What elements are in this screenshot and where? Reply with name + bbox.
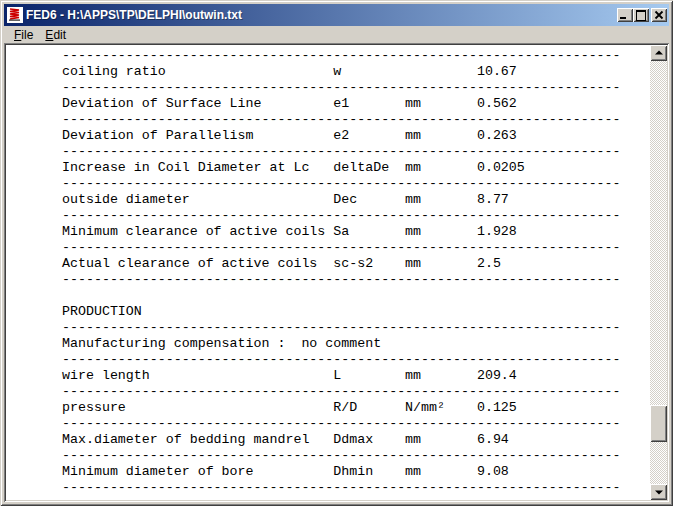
blank-line — [62, 288, 650, 304]
arrow-up-icon — [655, 51, 663, 55]
menu-item-file[interactable]: File — [8, 27, 39, 43]
separator-line: ----------------------------------------… — [62, 144, 650, 160]
document-line: coiling ratio w 10.67 — [62, 64, 650, 80]
separator-line: ----------------------------------------… — [62, 272, 650, 288]
document-text-line: PRODUCTION — [62, 304, 650, 320]
document-line: Deviation of Surface Line e1 mm 0.562 — [62, 96, 650, 112]
app-window: FED6 - H:\APPS\TP\DELPHI\outwin.txt File… — [0, 0, 673, 506]
document-line: Minimum clearance of active coils Sa mm … — [62, 224, 650, 240]
separator-line: ----------------------------------------… — [62, 448, 650, 464]
document-line: Minimum diameter of bore Dhmin mm 9.08 — [62, 464, 650, 480]
separator-line: ----------------------------------------… — [62, 240, 650, 256]
separator-line: ----------------------------------------… — [62, 480, 650, 496]
document-line: Actual clearance of active coils sc-s2 m… — [62, 256, 650, 272]
maximize-icon — [636, 10, 646, 21]
scroll-up-button[interactable] — [650, 45, 667, 61]
separator-line: ----------------------------------------… — [62, 176, 650, 192]
document-text-area[interactable]: ----------------------------------------… — [6, 45, 650, 500]
document-line: Increase in Coil Diameter at Lc deltaDe … — [62, 160, 650, 176]
document-line: wire length L mm 209.4 — [62, 368, 650, 384]
document-line: Max.diameter of bedding mandrel Ddmax mm… — [62, 432, 650, 448]
separator-line: ----------------------------------------… — [62, 416, 650, 432]
scroll-down-button[interactable] — [650, 484, 667, 500]
separator-line: ----------------------------------------… — [62, 384, 650, 400]
window-title: FED6 - H:\APPS\TP\DELPHI\outwin.txt — [26, 8, 617, 22]
app-icon-spring — [7, 7, 23, 23]
menu-item-edit[interactable]: Edit — [39, 27, 72, 43]
minimize-button[interactable] — [617, 8, 633, 22]
close-icon — [651, 8, 667, 22]
document-text-line: Manufacturing compensation : no comment — [62, 336, 650, 352]
separator-line: ----------------------------------------… — [62, 112, 650, 128]
maximize-button[interactable] — [633, 8, 649, 22]
separator-line: ----------------------------------------… — [62, 352, 650, 368]
menu-bar: FileEdit — [4, 26, 669, 43]
title-bar[interactable]: FED6 - H:\APPS\TP\DELPHI\outwin.txt — [4, 4, 669, 26]
separator-line: ----------------------------------------… — [62, 48, 650, 64]
separator-line: ----------------------------------------… — [62, 208, 650, 224]
scrollbar-thumb[interactable] — [650, 405, 667, 442]
close-button[interactable] — [651, 8, 667, 22]
window-controls — [617, 8, 667, 22]
arrow-down-icon — [655, 490, 663, 494]
separator-line: ----------------------------------------… — [62, 320, 650, 336]
document-line: outside diameter Dec mm 8.77 — [62, 192, 650, 208]
separator-line: ----------------------------------------… — [62, 80, 650, 96]
document-line: pressure R/D N/mm² 0.125 — [62, 400, 650, 416]
document-line: Deviation of Parallelism e2 mm 0.263 — [62, 128, 650, 144]
vertical-scrollbar[interactable] — [650, 45, 667, 500]
minimize-icon — [620, 17, 626, 19]
document-panel: ----------------------------------------… — [4, 43, 669, 502]
